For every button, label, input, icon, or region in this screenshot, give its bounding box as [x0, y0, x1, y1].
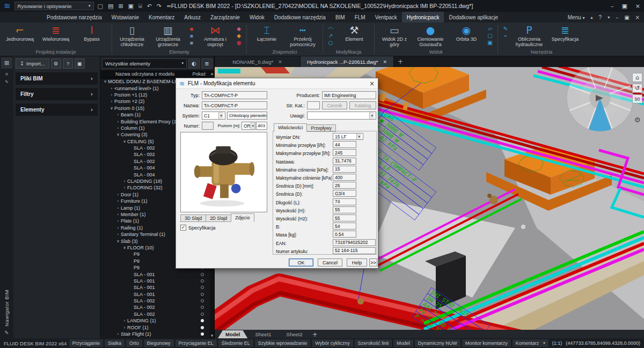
ribbon-button-orbita-3d[interactable]: ◉Orbita 3D [450, 24, 483, 42]
small-valve-icon[interactable]: ◆ [235, 33, 243, 39]
sheet-tab-sheet2[interactable]: Sheet2 [279, 330, 310, 338]
dialog-button-[interactable]: >> [369, 258, 377, 266]
status-toggle-monitor-komentarzy[interactable]: Monitor komentarzy [462, 339, 511, 347]
ribbon-button-wielorurową[interactable]: ≣Wielorurową [39, 24, 72, 42]
modify-move-icon[interactable]: ↗ [326, 33, 335, 39]
tree-item[interactable]: ›Stair Flight (1) [100, 331, 210, 337]
visibility-toggle[interactable] [201, 286, 204, 289]
tab-wlasciwosci[interactable]: Właściwości [274, 123, 307, 132]
visibility-toggle[interactable] [201, 332, 204, 336]
add-sheet-button[interactable]: + [312, 330, 318, 338]
menu-tab-ventpack[interactable]: Ventpack [370, 12, 402, 23]
menu-tab-komentarz[interactable]: Komentarz [144, 12, 179, 23]
expander-icon[interactable]: › [122, 319, 127, 323]
status-toggle-model[interactable]: Model [393, 339, 413, 347]
restore-doc-button[interactable]: ▣ [624, 14, 629, 20]
close-panel-icon[interactable]: × [5, 71, 9, 77]
sidebar-item-filtry[interactable]: Filtry› [16, 88, 98, 100]
expander-icon[interactable]: › [109, 86, 114, 91]
property-field-b[interactable]: 54 [333, 223, 356, 229]
property-field-średnica-d[interactable]: G3/4 [333, 190, 356, 197]
slide-tab-zdjęcie[interactable]: Zdjęcie [231, 213, 254, 222]
cube-icon[interactable]: ▣ [486, 40, 494, 46]
print-icon[interactable]: ⌸ [138, 3, 142, 10]
dialog-button-ok[interactable]: OK [289, 258, 313, 266]
property-field-wymiar-dn[interactable]: 15 LF▾ [333, 133, 363, 140]
help-dropdown-icon[interactable]: ▾ [608, 15, 610, 20]
visibility-toggle[interactable] [201, 293, 204, 296]
open-file-icon[interactable]: ▤ [108, 3, 113, 10]
tool-icon[interactable]: ✎ [501, 26, 510, 32]
menu-tab-dodatkowe-narzędzia[interactable]: Dodatkowe narzędzia [269, 12, 331, 23]
status-toggle-dynamiczny-nuw[interactable]: Dynamiczny NUW [415, 339, 460, 347]
expander-icon[interactable]: › [122, 179, 127, 183]
small-fitting-icon[interactable]: ▪ [187, 26, 196, 32]
pin-icon[interactable]: ✎ [4, 330, 9, 336]
orbit-reset-button[interactable]: ↺ [632, 84, 642, 93]
uwagi-combo[interactable]: ▾ [307, 112, 376, 120]
expander-icon[interactable]: › [115, 206, 121, 210]
help-button[interactable]: ? [599, 14, 602, 20]
help-panel-button[interactable]: ? [63, 58, 73, 69]
menu-tab-dodatkowe-aplikacje[interactable]: Dodatkowe aplikacje [444, 12, 503, 23]
small-valve-icon[interactable]: ◆ [235, 26, 243, 32]
visibility-toggle[interactable] [201, 306, 204, 309]
list-view-button[interactable]: ≣ [201, 58, 213, 69]
dialog-title-bar[interactable]: ≋ FLM - Modyfikacja elementu × [176, 78, 378, 89]
dock-button[interactable]: ▣ [75, 58, 85, 69]
menu-tab-arkusz[interactable]: Arkusz [179, 12, 206, 23]
sidebar-item-elementy[interactable]: Elementy› [16, 103, 98, 116]
pin-panel-icon[interactable]: ✎ [5, 79, 9, 85]
ribbon-button-urządzenia-chłodnicze[interactable]: ▯Urządzenia chłodnicze [115, 24, 149, 48]
visibility-toggle[interactable] [201, 313, 204, 316]
katalog-button[interactable]: Katalog [349, 101, 376, 109]
visibility-toggle[interactable] [201, 326, 204, 329]
menu-tab-hydronicpack[interactable]: Hydronicpack [402, 12, 444, 23]
cennik-button[interactable]: Cennik [322, 101, 347, 109]
status-toggle-przyciąganie-el[interactable]: Przyciąganie EL [175, 339, 217, 347]
status-toggle-przyciąganie[interactable]: Przyciąganie [69, 339, 104, 347]
property-field-minimalne-ciśnienie-kpa[interactable]: 15 [333, 166, 356, 173]
tree-item[interactable]: SLA - 001 [100, 284, 210, 291]
save-as-icon[interactable]: ⊞ [118, 3, 123, 10]
property-field-numer-artykułu[interactable]: 52 164-115 [333, 247, 376, 254]
expander-icon[interactable]: ∨ [122, 139, 127, 144]
ribbon-button-armatura-i-osprzęt[interactable]: ⋈Armatura i osprzęt [199, 24, 232, 48]
expander-icon[interactable]: › [122, 325, 127, 330]
property-field-średnica-d-mm[interactable]: 26 [333, 182, 356, 189]
sheet-tab-model[interactable]: Model [218, 330, 247, 338]
property-field-maksymalne-przepływ-l-h[interactable]: 245 [333, 149, 356, 156]
status-toggle-wybór-cykliczny[interactable]: Wybór cykliczny [312, 339, 353, 347]
ribbon-button-jednorurową[interactable]: ⌐Jednorurową [3, 24, 36, 42]
shade-toggle-button[interactable]: ◐ [188, 58, 200, 69]
ribbon-button-widok-2d-z-góry[interactable]: ▭Widok 2D z góry [378, 24, 411, 48]
tree-item[interactable]: ›LANDING (1) [100, 317, 210, 324]
menu-tab-bim[interactable]: BIM [331, 12, 350, 23]
expander-icon[interactable]: ∨ [115, 239, 121, 243]
tree-item[interactable]: SLA - 002 [100, 298, 210, 304]
sheet-tab-sheet1[interactable]: Sheet1 [247, 330, 279, 338]
property-field-nastawa[interactable]: 31.7476 [333, 158, 356, 165]
tree-item[interactable]: SLA - 002 [100, 304, 210, 310]
redo-icon[interactable]: ↷ [157, 3, 162, 10]
expander-icon[interactable]: › [109, 93, 114, 97]
collapse-ribbon-icon[interactable]: ▴ [591, 15, 593, 20]
expander-icon[interactable]: › [115, 232, 121, 236]
expander-icon[interactable]: ∨ [109, 106, 114, 110]
ribbon-button-obliczenia-hydrauliczne[interactable]: PObliczenia hydrauliczne [513, 24, 546, 48]
expander-icon[interactable]: ∨ [122, 246, 127, 250]
column-show[interactable]: Pokaż [189, 71, 209, 77]
cube-icon[interactable]: ▢ [486, 33, 494, 39]
menu-tab-podstawowe-narzędzia[interactable]: Podstawowe narzędzia [42, 12, 107, 23]
property-field-minimalne-przepływ-l-h[interactable]: 44 [333, 141, 356, 148]
status-toggle-szybkie-wprowadzanie[interactable]: Szybkie wprowadzanie [255, 339, 311, 347]
property-field-masa-kg[interactable]: 0.54 [333, 231, 356, 238]
small-valve-icon[interactable]: ● [235, 40, 243, 46]
expander-icon[interactable]: › [115, 226, 121, 230]
property-field-wysokość-h2[interactable]: 55 [333, 214, 356, 221]
ribbon-button-cieniowanie-gouraud-a[interactable]: ●Cieniowanie Gouraud'a [414, 24, 447, 48]
visibility-toggle[interactable] [201, 279, 204, 283]
expander-icon[interactable]: ∨ [115, 132, 121, 137]
poziom-ref-combo[interactable]: OR▾ [241, 122, 255, 130]
element-filter-select[interactable]: Wszystkie elementy ▾ [102, 58, 187, 69]
